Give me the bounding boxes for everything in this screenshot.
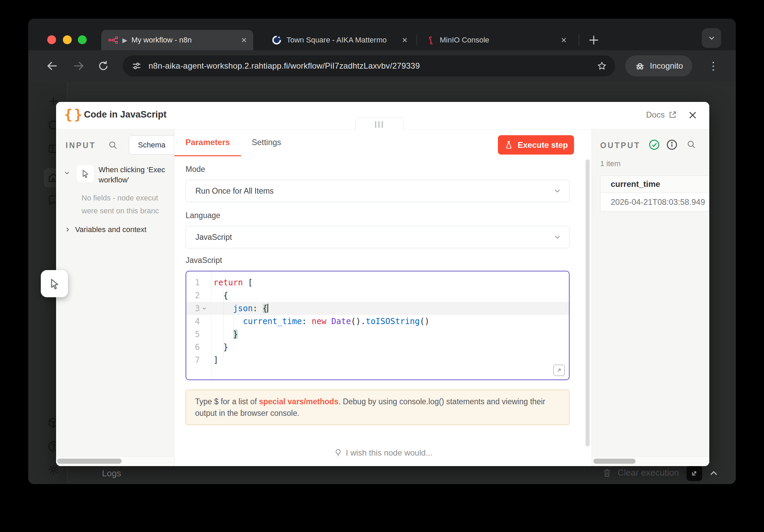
tab-n8n-workflow[interactable]: ▶ My workflow - n8n <box>101 30 253 50</box>
code-token: json <box>233 304 253 313</box>
chevron-right-icon <box>64 226 71 233</box>
execute-step-label: Execute step <box>518 140 568 150</box>
variables-and-context-row[interactable]: Variables and context <box>64 225 146 234</box>
input-empty-line1: No fields - node execut <box>82 192 159 205</box>
code-token: : <box>302 317 312 326</box>
fold-gutter <box>200 289 209 302</box>
output-search-icon[interactable] <box>687 140 696 149</box>
browser-toolbar: n8n-aika-agent-workshop.2.rahtiapp.fi/wo… <box>28 50 736 82</box>
docs-link[interactable]: Docs <box>646 110 677 120</box>
tab-parameters-label: Parameters <box>186 138 230 147</box>
logs-panel-label[interactable]: Logs <box>102 468 121 479</box>
reload-button[interactable] <box>97 59 110 72</box>
trigger-node-icon-box[interactable] <box>76 164 94 183</box>
output-panel-title: OUTPUT <box>600 141 641 150</box>
close-tab-icon[interactable] <box>560 36 568 44</box>
lightbulb-icon <box>334 448 343 457</box>
mode-value: Run Once for All Items <box>195 187 553 196</box>
collapse-node-chevron-icon[interactable] <box>63 169 71 177</box>
n8n-favicon <box>108 35 118 45</box>
mode-label: Mode <box>186 165 205 174</box>
output-item-count: 1 item <box>600 159 621 168</box>
tab-settings[interactable]: Settings <box>241 129 292 155</box>
input-search-icon[interactable] <box>108 140 118 150</box>
input-panel: INPUT Schema When clicking ‘Exec <box>56 129 174 466</box>
pop-out-logs-button[interactable] <box>687 465 702 481</box>
indent-guide <box>223 290 224 358</box>
browser-window: ▶ My workflow - n8n Town Square - AIKA M… <box>28 19 736 484</box>
line-number: 1 <box>186 276 200 289</box>
code-line-5[interactable]: 5 } <box>186 328 569 341</box>
code-token: : <box>253 304 263 313</box>
back-button[interactable] <box>46 59 59 72</box>
mode-select[interactable]: Run Once for All Items <box>186 180 570 202</box>
wish-node-label: I wish this node would... <box>346 448 433 458</box>
floating-trigger-node-chip[interactable] <box>41 270 68 297</box>
execute-step-button[interactable]: Execute step <box>498 135 574 155</box>
node-title[interactable]: Code in JavaScript <box>84 109 167 120</box>
incognito-badge: Incognito <box>625 55 692 76</box>
editor-hint-callout: Type $ for a list of special vars/method… <box>186 390 570 425</box>
language-value: JavaScript <box>195 233 553 242</box>
url-text[interactable]: n8n-aika-agent-workshop.2.rahtiapp.fi/wo… <box>149 61 597 71</box>
browser-menu-icon[interactable]: ⋮ <box>708 57 718 75</box>
output-panel-scrollbar-thumb[interactable] <box>593 459 636 464</box>
trigger-node-label[interactable]: When clicking ‘Exec workflow’ <box>99 165 165 185</box>
new-tab-button[interactable] <box>587 34 600 47</box>
clear-execution-label: Clear execution <box>618 467 679 478</box>
bookmark-star-icon[interactable] <box>597 61 607 71</box>
special-vars-link[interactable]: special vars/methods <box>259 397 338 406</box>
external-link-icon <box>668 110 677 119</box>
clear-execution-button[interactable]: Clear execution <box>602 467 679 478</box>
indent-guide <box>233 303 233 341</box>
schema-view-select[interactable]: Schema <box>129 136 174 155</box>
code-text: return [ <box>209 276 253 289</box>
line-number: 3 <box>186 302 200 315</box>
tab-settings-label: Settings <box>252 138 281 147</box>
expand-logs-icon[interactable] <box>708 467 719 479</box>
output-panel: OUTPUT 1 item current_time 2026-04-21T08… <box>592 129 709 466</box>
code-line-6[interactable]: 6 } <box>186 341 569 354</box>
code-token: current_time <box>243 317 302 326</box>
code-line-7[interactable]: 7] <box>186 354 569 367</box>
tab-parameters[interactable]: Parameters <box>174 129 241 156</box>
code-line-3[interactable]: 3 json: { <box>186 302 569 315</box>
expand-editor-icon[interactable] <box>553 365 565 376</box>
zoom-window-button[interactable] <box>78 35 87 44</box>
tab-mattermost[interactable]: Town Square - AIKA Mattermo <box>266 30 414 50</box>
output-column-header: current_time <box>601 176 709 193</box>
success-check-icon <box>648 139 660 150</box>
settings-gear-icon[interactable] <box>47 463 59 476</box>
input-panel-scrollbar-thumb[interactable] <box>57 459 122 464</box>
fold-gutter <box>200 328 209 341</box>
fold-gutter <box>200 315 209 328</box>
line-number: 7 <box>186 354 200 367</box>
close-modal-icon[interactable] <box>688 110 698 120</box>
output-table: current_time 2026-04-21T08:03:58.949 <box>600 175 709 211</box>
tab-title: MinIO Console <box>440 36 557 45</box>
close-window-button[interactable] <box>47 35 56 44</box>
close-tab-icon[interactable] <box>240 36 248 44</box>
tab-minio[interactable]: MinIO Console <box>420 30 573 50</box>
tab-search-button[interactable] <box>702 28 721 48</box>
hint-text: Type $ for a list of <box>195 397 259 406</box>
parameters-scrollbar-thumb[interactable] <box>586 159 590 446</box>
address-bar[interactable]: n8n-aika-agent-workshop.2.rahtiapp.fi/wo… <box>123 55 615 76</box>
code-editor[interactable]: 1return [2 {3 json: {4 current_time: new… <box>186 271 570 380</box>
panel-drag-handle[interactable]: ||| <box>355 117 404 130</box>
code-line-4[interactable]: 4 current_time: new Date().toISOString() <box>186 315 569 328</box>
info-icon[interactable] <box>666 139 678 150</box>
code-line-1[interactable]: 1return [ <box>186 276 569 289</box>
n8n-page: Logs Clear execution {} Code in JavaScri… <box>28 82 736 484</box>
site-settings-icon[interactable] <box>132 61 142 71</box>
close-tab-icon[interactable] <box>401 36 409 44</box>
header-divider <box>677 110 678 121</box>
fold-chevron-icon[interactable] <box>200 302 209 315</box>
language-select[interactable]: JavaScript <box>186 226 570 248</box>
wish-node-button[interactable]: I wish this node would... <box>174 448 592 458</box>
minimize-window-button[interactable] <box>63 35 72 44</box>
variables-label: Variables and context <box>75 225 146 234</box>
code-line-2[interactable]: 2 { <box>186 289 569 302</box>
forward-button[interactable] <box>72 59 85 72</box>
text-caret <box>267 304 268 313</box>
